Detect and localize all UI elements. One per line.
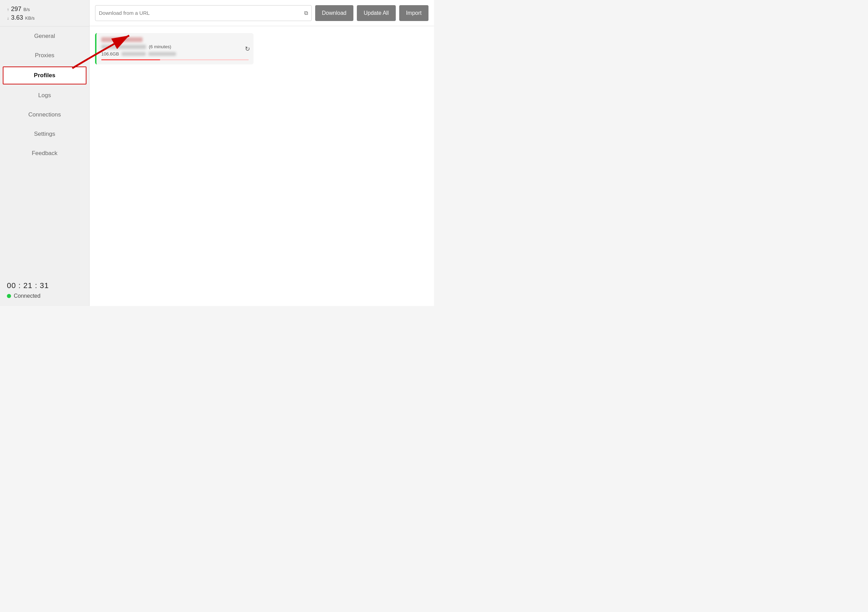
download-value: 3.63 [11, 14, 23, 21]
copy-icon[interactable]: ⧉ [304, 10, 308, 16]
profile-progress-bar [101, 59, 160, 60]
profile-card[interactable]: (6 minutes) 106.6GB ↻ [95, 33, 254, 64]
url-input[interactable] [99, 10, 301, 16]
sidebar-bottom: 00 : 21 : 31 Connected [0, 274, 89, 306]
profile-meta-row: (6 minutes) [101, 44, 249, 49]
main-content: ⧉ Download Update All Import (6 minutes)… [90, 0, 434, 306]
update-all-button[interactable]: Update All [357, 5, 396, 21]
profile-subtext-blur [101, 45, 146, 49]
download-arrow: ↓ [7, 16, 9, 21]
sidebar-item-proxies[interactable]: Proxies [0, 46, 89, 65]
download-speed-row: ↓ 3.63 KB/s [7, 14, 82, 21]
upload-unit: B/s [23, 7, 30, 12]
sidebar-item-profiles[interactable]: Profiles [3, 67, 87, 84]
profile-extra-blur-1 [122, 52, 146, 56]
sidebar-item-logs[interactable]: Logs [0, 86, 89, 105]
profile-list: (6 minutes) 106.6GB ↻ [90, 26, 434, 306]
sidebar: ↑ 297 B/s ↓ 3.63 KB/s General Proxies Pr… [0, 0, 90, 306]
import-button[interactable]: Import [399, 5, 428, 21]
profile-progress-track [101, 59, 249, 60]
speed-section: ↑ 297 B/s ↓ 3.63 KB/s [0, 0, 89, 26]
upload-speed-row: ↑ 297 B/s [7, 6, 82, 13]
connected-row: Connected [7, 293, 82, 299]
connected-label: Connected [14, 293, 40, 299]
sidebar-item-general[interactable]: General [0, 26, 89, 46]
sidebar-item-connections[interactable]: Connections [0, 105, 89, 124]
profile-name-blurred [101, 37, 143, 42]
profile-size-label: 106.6GB [101, 51, 119, 56]
profile-update-time: (6 minutes) [149, 44, 171, 49]
profile-extra-blur-2 [149, 52, 176, 56]
profile-refresh-button[interactable]: ↻ [245, 45, 250, 53]
download-unit: KB/s [25, 16, 34, 21]
sidebar-item-feedback[interactable]: Feedback [0, 144, 89, 163]
connected-dot [7, 294, 11, 298]
sidebar-item-settings[interactable]: Settings [0, 124, 89, 144]
header-bar: ⧉ Download Update All Import [90, 0, 434, 26]
download-button[interactable]: Download [315, 5, 353, 21]
upload-value: 297 [11, 6, 21, 13]
url-input-wrap[interactable]: ⧉ [95, 5, 312, 21]
profile-size-row: 106.6GB [101, 51, 249, 56]
timer-display: 00 : 21 : 31 [7, 281, 82, 290]
upload-arrow: ↑ [7, 7, 9, 12]
